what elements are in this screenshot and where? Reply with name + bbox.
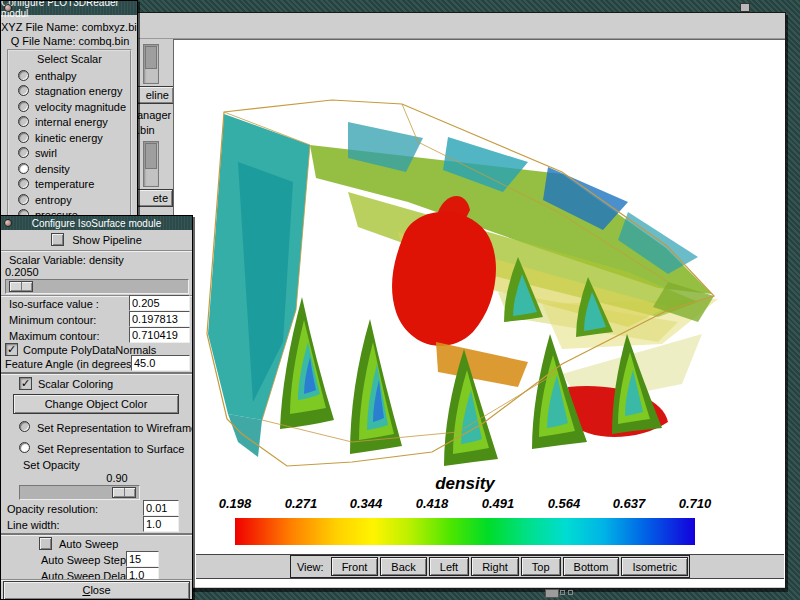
- radio-icon-selected[interactable]: [18, 163, 29, 174]
- manager-label-fragment: anager: [137, 109, 171, 121]
- radio-label: stagnation energy: [35, 85, 122, 97]
- select-scalar-title: Select Scalar: [9, 53, 130, 65]
- render-viewport[interactable]: density 0.198 0.271 0.344 0.418 0.491 0.…: [173, 39, 785, 587]
- auto-sweep-label: Auto Sweep: [59, 538, 118, 550]
- close-button[interactable]: Close: [3, 581, 190, 600]
- max-contour-field[interactable]: [129, 327, 190, 343]
- colorbar-tick: 0.637: [613, 496, 646, 511]
- taskbar-item[interactable]: [545, 589, 559, 598]
- scalar-coloring-checkbox[interactable]: ✓: [19, 377, 32, 390]
- scalar-radio-swirl[interactable]: swirl: [18, 146, 57, 159]
- bin-label-fragment: .bin: [137, 124, 155, 136]
- colorbar-tick: 0.344: [350, 496, 383, 511]
- pipeline-button-fragment[interactable]: eline: [136, 86, 174, 104]
- opacity-slider[interactable]: [19, 485, 140, 500]
- line-width-field[interactable]: [143, 516, 179, 532]
- view-left-button[interactable]: Left: [429, 557, 469, 576]
- delete-button-fragment[interactable]: ete: [136, 189, 173, 207]
- scalar-radio-temperature[interactable]: temperature: [18, 177, 94, 190]
- view-isometric-button[interactable]: Isometric: [621, 557, 688, 576]
- main-application-window: eline anager .bin ete anager: [134, 12, 786, 589]
- radio-label: density: [35, 163, 70, 175]
- scalar-radio-enthalpy[interactable]: enthalpy: [18, 69, 77, 82]
- listbox-scrollbar-1[interactable]: [143, 44, 159, 84]
- repr-surface-label: Set Representation to Surface: [37, 443, 184, 455]
- radio-label: kinetic energy: [35, 132, 103, 144]
- window-menu-icon[interactable]: [4, 219, 12, 227]
- scalar-radio-stagnation-energy[interactable]: stagnation energy: [18, 84, 122, 97]
- radio-icon[interactable]: [18, 178, 29, 189]
- colorbar-gradient: [235, 518, 695, 545]
- compute-normals-checkbox[interactable]: ✓: [5, 343, 18, 356]
- section-divider: [1, 533, 192, 536]
- colorbar-tick: 0.198: [219, 496, 252, 511]
- auto-sweep-step-field[interactable]: [126, 551, 159, 567]
- scalar-radio-kinetic-energy[interactable]: kinetic energy: [18, 131, 103, 144]
- scrollbar-thumb[interactable]: [145, 46, 157, 69]
- feature-angle-field[interactable]: [131, 355, 190, 371]
- scalar-radio-entropy[interactable]: entropy: [18, 193, 72, 206]
- view-right-button[interactable]: Right: [471, 557, 519, 576]
- scrollbar-thumb[interactable]: [145, 143, 157, 169]
- q-file-label: Q File Name: combq.bin: [1, 35, 138, 47]
- iso-dialog-title: Configure IsoSurface module: [32, 218, 162, 229]
- radio-label: entropy: [35, 194, 72, 206]
- view-button-group: View: Front Back Left Right Top Bottom I…: [290, 555, 690, 578]
- change-object-color-button[interactable]: Change Object Color: [13, 394, 179, 414]
- opacity-slider-value: 0.90: [97, 472, 137, 484]
- plot3d-dialog-title: Configure PLOT3DReader modul: [1, 0, 137, 19]
- view-bottom-button[interactable]: Bottom: [563, 557, 620, 576]
- iso-slider-handle[interactable]: [9, 281, 33, 292]
- repr-surface-radio[interactable]: [19, 442, 30, 453]
- plot3d-dialog-titlebar[interactable]: Configure PLOT3DReader modul: [1, 1, 137, 15]
- scalar-radio-internal-energy[interactable]: internal energy: [18, 115, 108, 128]
- select-scalar-frame: Select Scalar enthalpy stagnation energy…: [7, 49, 132, 229]
- opacity-resolution-field[interactable]: [143, 500, 179, 516]
- repr-wireframe-radio[interactable]: [19, 421, 30, 432]
- radio-icon[interactable]: [18, 132, 29, 143]
- radio-icon[interactable]: [18, 70, 29, 81]
- radio-label: velocity magnitude: [35, 101, 126, 113]
- radio-label: enthalpy: [35, 70, 77, 82]
- isosurface-dialog: Configure IsoSurface module Show Pipelin…: [0, 215, 193, 600]
- view-top-button[interactable]: Top: [521, 557, 561, 576]
- colorbar-tick: 0.418: [416, 496, 449, 511]
- desktop-corner-icon[interactable]: [740, 3, 750, 12]
- radio-icon[interactable]: [18, 116, 29, 127]
- opacity-slider-handle[interactable]: [112, 487, 136, 498]
- iso-value-field[interactable]: [129, 295, 190, 311]
- set-opacity-label: Set Opacity: [23, 459, 80, 471]
- view-back-button[interactable]: Back: [380, 557, 426, 576]
- max-contour-label: Maximum contour:: [9, 330, 99, 342]
- view-bar: View: Front Back Left Right Top Bottom I…: [196, 554, 784, 579]
- window-toolbar-strip: [135, 13, 785, 39]
- colorbar-tick: 0.710: [679, 496, 712, 511]
- radio-icon[interactable]: [18, 101, 29, 112]
- scalar-radio-density[interactable]: density: [18, 162, 70, 175]
- line-width-label: Line width:: [7, 519, 60, 531]
- listbox-scrollbar-2[interactable]: [143, 141, 159, 187]
- auto-sweep-checkbox[interactable]: [39, 537, 52, 550]
- iso-dialog-titlebar[interactable]: Configure IsoSurface module: [1, 216, 192, 230]
- min-contour-field[interactable]: [129, 311, 190, 327]
- red-core: [392, 212, 496, 346]
- taskbar-mark-icon: [568, 590, 573, 595]
- show-pipeline-label: Show Pipeline: [72, 234, 142, 246]
- taskbar-mark-icon: [560, 590, 565, 595]
- view-label: View:: [291, 556, 330, 577]
- colorbar-tick: 0.564: [548, 496, 581, 511]
- show-pipeline-row[interactable]: Show Pipeline: [1, 233, 192, 246]
- show-pipeline-checkbox[interactable]: [51, 233, 64, 246]
- view-front-button[interactable]: Front: [331, 557, 379, 576]
- iso-value-slider[interactable]: [5, 279, 189, 294]
- window-menu-icon[interactable]: [4, 4, 12, 12]
- divider: [1, 250, 192, 252]
- scalar-radio-velocity-magnitude[interactable]: velocity magnitude: [18, 100, 126, 113]
- desktop: eline anager .bin ete anager: [0, 0, 800, 600]
- auto-sweep-step-label: Auto Sweep Step:: [41, 554, 129, 566]
- radio-icon[interactable]: [18, 194, 29, 205]
- combustor-isosurface-rendering: [198, 42, 762, 482]
- radio-icon[interactable]: [18, 147, 29, 158]
- radio-icon[interactable]: [18, 85, 29, 96]
- colorbar-tick: 0.271: [285, 496, 318, 511]
